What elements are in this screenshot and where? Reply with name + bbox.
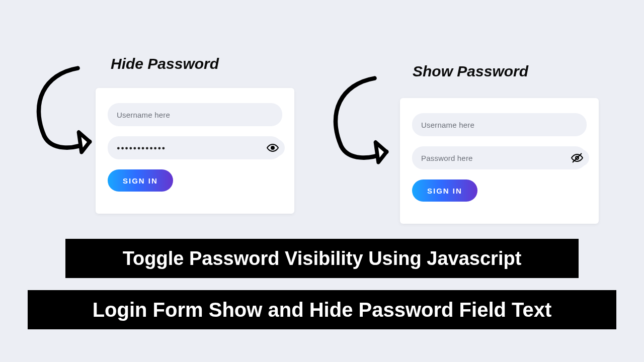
password-field-wrapper: ●●●●●●●●●●●● [108,136,282,159]
signin-button[interactable]: SIGN IN [412,179,477,202]
banner-title-1: Toggle Password Visibility Using Javascr… [65,239,579,278]
eye-icon[interactable] [261,139,285,156]
username-field-wrapper [108,103,282,126]
username-input[interactable] [117,111,273,119]
heading-hide-password: Hide Password [111,55,219,72]
svg-point-0 [271,146,274,149]
signin-button[interactable]: SIGN IN [108,169,173,192]
password-input[interactable] [421,154,578,162]
login-card-hidden: ●●●●●●●●●●●● SIGN IN [96,88,294,214]
banner-title-2: Login Form Show and Hide Password Field … [28,290,616,329]
username-input[interactable] [421,121,578,129]
password-field-wrapper [412,146,587,169]
eye-off-icon[interactable] [565,149,589,166]
heading-show-password: Show Password [413,63,528,80]
username-field-wrapper [412,113,587,136]
login-card-shown: SIGN IN [400,98,599,224]
password-masked-value[interactable]: ●●●●●●●●●●●● [117,145,166,151]
